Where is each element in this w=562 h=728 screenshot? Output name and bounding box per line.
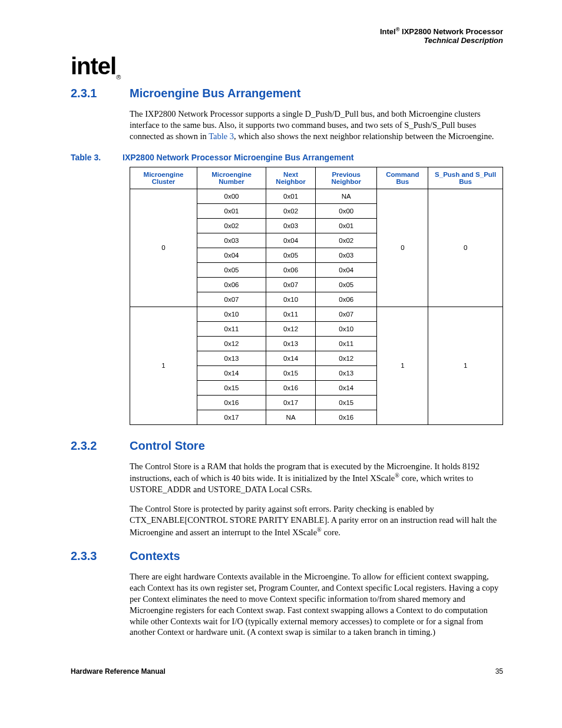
section-2-3-3: 2.3.3 Contexts There are eight hardware … xyxy=(71,549,503,638)
cell: 0x03 xyxy=(197,233,266,248)
header-product: IXP2800 Network Processor xyxy=(399,27,503,36)
paragraph: The Control Store is a RAM that holds th… xyxy=(130,461,503,495)
section-title: Control Store xyxy=(130,439,205,453)
cell: 0x03 xyxy=(316,248,377,262)
cell: NA xyxy=(266,410,316,424)
section-number: 2.3.3 xyxy=(71,549,130,563)
cell-cluster: 0 xyxy=(130,189,197,307)
cell: 0x13 xyxy=(266,336,316,351)
cell: 0x10 xyxy=(197,307,266,321)
col-header: Microengine Cluster xyxy=(130,167,197,189)
page-number: 35 xyxy=(495,667,503,676)
cell: 0x02 xyxy=(266,203,316,218)
paragraph: There are eight hardware Contexts availa… xyxy=(130,571,503,638)
cell: 0x16 xyxy=(316,410,377,424)
registered-icon: ® xyxy=(317,526,322,533)
bus-arrangement-table: Microengine Cluster Microengine Number N… xyxy=(130,167,503,425)
col-header: Microengine Number xyxy=(197,167,266,189)
cell: 0x14 xyxy=(197,365,266,380)
cell: 0x15 xyxy=(197,380,266,395)
section-2-3-1: 2.3.1 Microengine Bus Arrangement The IX… xyxy=(71,87,503,425)
cell: 0x15 xyxy=(316,395,377,410)
table-caption: Table 3.IXP2800 Network Processor Microe… xyxy=(71,153,503,162)
section-title: Microengine Bus Arrangement xyxy=(130,87,300,100)
paragraph: The IXP2800 Network Processor supports a… xyxy=(130,108,503,142)
cell: 0x01 xyxy=(316,218,377,233)
cell: 0x00 xyxy=(316,203,377,218)
cell: 0x07 xyxy=(266,277,316,292)
cell: 0x16 xyxy=(197,395,266,410)
paragraph: The Control Store is protected by parity… xyxy=(130,503,503,538)
cell-s-bus: 1 xyxy=(428,307,503,424)
footer-title: Hardware Reference Manual xyxy=(71,667,166,676)
cell: 0x05 xyxy=(266,248,316,262)
cell: 0x01 xyxy=(197,203,266,218)
cell: 0x02 xyxy=(316,233,377,248)
cell: 0x01 xyxy=(266,189,316,203)
col-header: Previous Neighbor xyxy=(316,167,377,189)
cell: 0x16 xyxy=(266,380,316,395)
table-row: 00x000x01NA00 xyxy=(130,189,503,203)
cell: 0x12 xyxy=(266,321,316,336)
cell: 0x06 xyxy=(197,277,266,292)
cell: 0x14 xyxy=(266,351,316,365)
cell: 0x17 xyxy=(266,395,316,410)
cell: 0x11 xyxy=(197,321,266,336)
cell: 0x07 xyxy=(316,307,377,321)
section-number: 2.3.2 xyxy=(71,439,130,453)
cell: 0x05 xyxy=(316,277,377,292)
page-footer: Hardware Reference Manual 35 xyxy=(71,667,503,676)
cell-cluster: 1 xyxy=(130,307,197,424)
section-number: 2.3.1 xyxy=(71,87,130,100)
running-header: Intel® IXP2800 Network Processor Technic… xyxy=(380,27,503,45)
cell: 0x02 xyxy=(197,218,266,233)
cell-cmd-bus: 1 xyxy=(377,307,428,424)
registered-icon: ® xyxy=(395,472,399,479)
cell: 0x14 xyxy=(316,380,377,395)
section-2-3-2: 2.3.2 Control Store The Control Store is… xyxy=(71,439,503,538)
cell: 0x11 xyxy=(266,307,316,321)
cell: 0x04 xyxy=(266,233,316,248)
header-brand: Intel xyxy=(380,27,396,36)
cell: 0x10 xyxy=(316,321,377,336)
section-title: Contexts xyxy=(130,549,180,563)
cell: 0x12 xyxy=(316,351,377,365)
registered-icon: ® xyxy=(116,74,121,81)
table-link[interactable]: Table 3 xyxy=(209,131,234,141)
cell: 0x13 xyxy=(316,365,377,380)
cell: 0x13 xyxy=(197,351,266,365)
cell: 0x04 xyxy=(197,248,266,262)
cell: 0x05 xyxy=(197,262,266,277)
cell: 0x11 xyxy=(316,336,377,351)
col-header: Next Neighbor xyxy=(266,167,316,189)
cell: 0x17 xyxy=(197,410,266,424)
cell-s-bus: 0 xyxy=(428,189,503,307)
cell: 0x07 xyxy=(197,292,266,307)
col-header: S_Push and S_Pull Bus xyxy=(428,167,503,189)
cell: 0x06 xyxy=(316,292,377,307)
cell: 0x03 xyxy=(266,218,316,233)
cell: 0x10 xyxy=(266,292,316,307)
cell: NA xyxy=(316,189,377,203)
cell: 0x06 xyxy=(266,262,316,277)
intel-logo: intel® xyxy=(71,53,503,81)
cell: 0x04 xyxy=(316,262,377,277)
cell-cmd-bus: 0 xyxy=(377,189,428,307)
table-row: 10x100x110x0711 xyxy=(130,307,503,321)
cell: 0x15 xyxy=(266,365,316,380)
cell: 0x12 xyxy=(197,336,266,351)
col-header: Command Bus xyxy=(377,167,428,189)
header-subtitle: Technical Description xyxy=(380,36,503,45)
cell: 0x00 xyxy=(197,189,266,203)
